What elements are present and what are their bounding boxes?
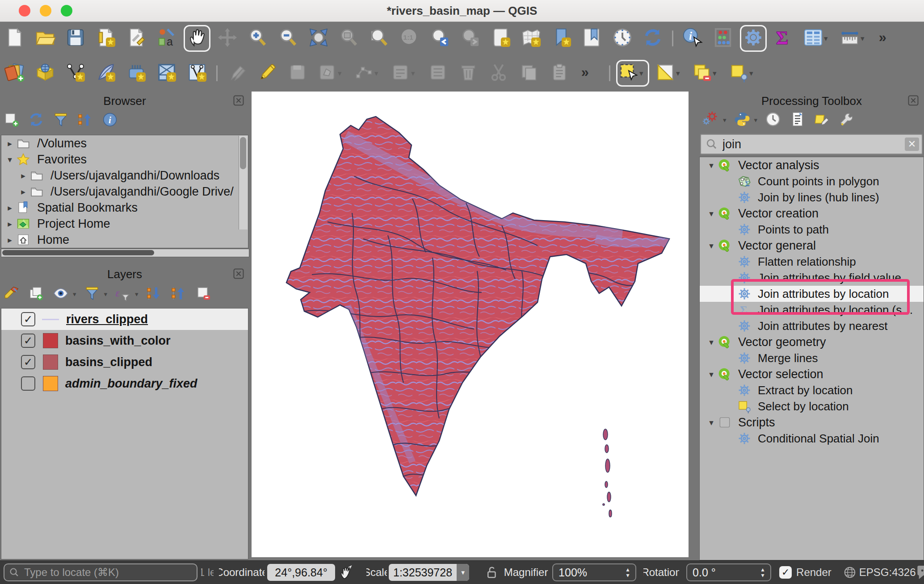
- edit-features-in-place-button[interactable]: [813, 111, 831, 129]
- chevron-down-icon[interactable]: ▾: [374, 69, 378, 78]
- chevron-down-icon[interactable]: ▾: [639, 69, 643, 78]
- toolbox-algorithm-join-attributes-by-nearest[interactable]: Join attributes by nearest: [700, 318, 924, 334]
- scrollbar-thumb[interactable]: [2, 250, 154, 255]
- chevron-down-icon[interactable]: ▾: [104, 290, 108, 298]
- toolbox-search[interactable]: ✕: [700, 134, 923, 154]
- toolbar-overflow-2-button[interactable]: »: [579, 62, 601, 84]
- spin-down-icon[interactable]: ▾: [626, 572, 630, 578]
- toolbox-settings-button[interactable]: [838, 111, 856, 129]
- browser-item--users-ujavalgandhi-downloads[interactable]: ▸/Users/ujavalgandhi/Downloads: [1, 167, 248, 184]
- toolbox-algorithm-select-by-location[interactable]: Select by location: [700, 398, 924, 414]
- messages-icon[interactable]: [916, 563, 924, 581]
- toolbox-algorithm-conditional-spatial-join[interactable]: Conditional Spatial Join: [700, 430, 924, 446]
- chevron-down-icon[interactable]: ▾: [73, 290, 76, 298]
- filter-browser-button[interactable]: [52, 112, 70, 129]
- layout-manager-button[interactable]: [125, 27, 147, 50]
- chevron-right-icon[interactable]: ▸: [3, 138, 17, 149]
- spin-down-icon[interactable]: ▾: [761, 572, 764, 578]
- close-icon[interactable]: [232, 267, 245, 280]
- show-spatial-bookmarks-button[interactable]: [581, 27, 603, 50]
- zoom-to-layer-button[interactable]: [368, 27, 391, 50]
- python-models-button[interactable]: [733, 111, 751, 129]
- history-button[interactable]: [764, 111, 782, 129]
- layer-item-basins_with_color[interactable]: ✓basins_with_color: [1, 330, 248, 351]
- temporal-controller-button[interactable]: [611, 27, 634, 50]
- statistics-button[interactable]: [712, 27, 734, 50]
- crs-indicator[interactable]: EPSG:4326: [859, 566, 916, 579]
- clear-search-icon[interactable]: ✕: [905, 138, 919, 151]
- toolbox-algorithm-merge-lines[interactable]: Merge lines: [700, 350, 924, 366]
- map-canvas[interactable]: [252, 92, 689, 557]
- new-gpx-layer-button[interactable]: [125, 62, 147, 84]
- chevron-down-icon[interactable]: ▾: [705, 209, 718, 219]
- pan-map-button[interactable]: [186, 27, 208, 50]
- scale-combobox[interactable]: 1:32539728 ▼: [389, 564, 469, 581]
- chevron-down-icon[interactable]: ▾: [824, 34, 828, 43]
- layer-visibility-checkbox[interactable]: ✓: [21, 334, 35, 348]
- scrollbar-thumb[interactable]: [240, 137, 246, 169]
- new-spatial-bookmark-button[interactable]: [550, 27, 573, 50]
- layer-visibility-checkbox[interactable]: ✓: [21, 355, 35, 369]
- lock-scale-icon[interactable]: [485, 566, 499, 579]
- toolbox-group-vector-general[interactable]: ▾Vector general: [700, 238, 924, 254]
- identify-features-button[interactable]: i: [681, 27, 704, 50]
- new-print-layout-button[interactable]: [95, 27, 117, 50]
- mouse-position-icon[interactable]: [338, 565, 353, 580]
- new-report-button[interactable]: [520, 27, 542, 50]
- new-project-button[interactable]: [4, 27, 26, 50]
- chevron-right-icon[interactable]: ▸: [17, 171, 30, 181]
- close-icon[interactable]: [232, 94, 245, 107]
- chevron-down-icon[interactable]: ▾: [705, 369, 718, 380]
- toolbar-overflow-button[interactable]: »: [876, 27, 899, 50]
- layer-visibility-checkbox[interactable]: [21, 376, 35, 391]
- coordinate-display[interactable]: 24°,96.84°: [267, 564, 335, 581]
- browser-hscrollbar[interactable]: [1, 249, 249, 257]
- chevron-down-icon[interactable]: ▾: [411, 69, 415, 78]
- layer-item-basins_clipped[interactable]: ✓basins_clipped: [1, 351, 248, 373]
- data-source-manager-button[interactable]: [4, 62, 26, 84]
- add-group-button[interactable]: [27, 285, 45, 303]
- chevron-down-icon[interactable]: ▾: [861, 34, 865, 43]
- chevron-right-icon[interactable]: ▸: [3, 235, 17, 245]
- chevron-down-icon[interactable]: ▼: [457, 564, 469, 581]
- render-checkbox[interactable]: ✓: [779, 566, 792, 579]
- chevron-down-icon[interactable]: ▾: [705, 417, 718, 428]
- open-project-button[interactable]: [34, 27, 56, 50]
- toolbox-group-vector-creation[interactable]: ▾Vector creation: [700, 205, 924, 221]
- chevron-down-icon[interactable]: ▾: [705, 160, 718, 171]
- browser-item--volumes[interactable]: ▸/Volumes: [1, 135, 248, 151]
- locate-input[interactable]: [23, 566, 197, 579]
- new-geopackage-button[interactable]: [34, 62, 56, 84]
- style-manager-button[interactable]: a: [155, 27, 178, 50]
- expand-all-layers-button[interactable]: [145, 285, 163, 303]
- magnifier-spinbox[interactable]: 100% ▴▾: [552, 563, 636, 581]
- chevron-down-icon[interactable]: ▾: [135, 290, 139, 298]
- collapse-all-button[interactable]: [76, 112, 94, 129]
- measure-line-button[interactable]: ▾: [840, 27, 868, 50]
- toolbox-group-scripts[interactable]: ▾Scripts: [700, 414, 924, 430]
- toolbox-algorithm-points-to-path[interactable]: Points to path: [700, 221, 924, 238]
- layer-visibility-checkbox[interactable]: ✓: [21, 312, 35, 326]
- new-mesh-layer-button[interactable]: [155, 62, 178, 84]
- layer-item-rivers_clipped[interactable]: ✓rivers_clipped: [1, 309, 248, 330]
- toolbox-algorithm-join-by-lines-hub-lines-[interactable]: Join by lines (hub lines): [700, 189, 924, 205]
- processing-toolbox-button[interactable]: [742, 27, 764, 50]
- zoom-in-button[interactable]: [247, 27, 269, 50]
- filter-legend-button[interactable]: [83, 285, 101, 303]
- add-selected-layer-button[interactable]: [3, 112, 21, 129]
- chevron-down-icon[interactable]: ▾: [3, 154, 17, 165]
- deselect-features-button[interactable]: ▾: [655, 62, 684, 84]
- toolbox-group-vector-analysis[interactable]: ▾Vector analysis: [700, 157, 924, 173]
- toolbox-algorithm-extract-by-location[interactable]: Extract by location: [700, 382, 924, 398]
- toolbox-algorithm-join-attributes-by-field-value[interactable]: Join attributes by field value: [700, 270, 924, 286]
- chevron-right-icon[interactable]: ▸: [3, 219, 17, 229]
- chevron-down-icon[interactable]: ▾: [754, 116, 758, 124]
- toolbox-algorithm-join-attributes-by-location-s-[interactable]: ΣJoin attributes by location (s…: [700, 302, 924, 318]
- new-spatialite-layer-button[interactable]: [95, 62, 117, 84]
- select-features-button[interactable]: ▾: [618, 62, 647, 84]
- chevron-right-icon[interactable]: ▸: [17, 187, 30, 197]
- toggle-editing-button[interactable]: [256, 62, 278, 84]
- browser-properties-button[interactable]: i: [101, 112, 119, 129]
- new-layout-button[interactable]: [490, 27, 512, 50]
- browser-item-project-home[interactable]: ▸Project Home: [1, 216, 248, 232]
